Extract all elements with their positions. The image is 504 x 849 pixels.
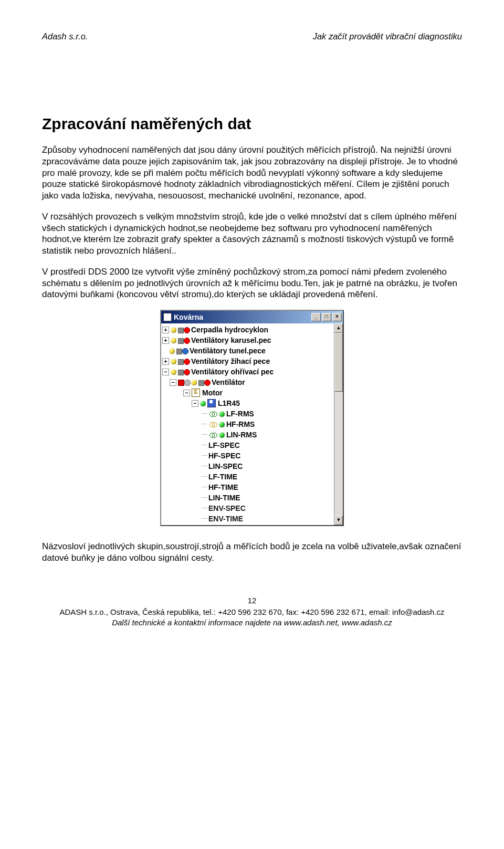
status-ball-icon	[219, 432, 225, 438]
header-right: Jak začít provádět vibrační diagnostiku	[313, 32, 462, 41]
status-ball-icon	[219, 411, 225, 417]
tree-item-label: Ventilátor	[212, 378, 245, 386]
tree-leaf[interactable]: ENV-SPEC	[162, 503, 334, 513]
tree-leaf[interactable]: HF-SPEC	[162, 450, 334, 461]
fan-icon	[178, 379, 190, 386]
scrollbar[interactable]: ▲ ▼	[334, 323, 343, 525]
tree-line-icon	[202, 424, 207, 425]
rings-icon	[209, 421, 218, 428]
tree-leaf-label: LIN-RMS	[226, 431, 257, 439]
tree-leaf-label: ENV-TIME	[208, 515, 243, 523]
status-ball-icon	[171, 359, 176, 364]
tree-line-icon	[202, 487, 207, 488]
machine-icon	[178, 326, 190, 333]
tree-leaf-label: HF-RMS	[226, 420, 255, 428]
tree-leaf[interactable]: HF-RMS	[162, 419, 334, 429]
rings-icon	[209, 431, 218, 438]
floppy-disk-icon	[207, 399, 216, 407]
tree-line-icon	[202, 508, 207, 509]
collapse-icon[interactable]: −	[192, 400, 198, 407]
tree-window: Kovárna _ □ × + Cerpadla hydrocyklon	[160, 310, 344, 526]
tree-line-icon	[202, 413, 207, 414]
tree-leaf[interactable]: LIN-TIME	[162, 492, 334, 503]
tree-leaf-label: LF-SPEC	[208, 441, 240, 449]
tree-item-label: Ventilátory žíhací pece	[191, 357, 270, 365]
tree-leaf-label: LF-TIME	[208, 473, 237, 481]
collapse-icon[interactable]: −	[162, 369, 169, 375]
tree-leaf-label: HF-TIME	[208, 483, 238, 491]
status-ball-icon	[169, 348, 175, 354]
tree-leaf-label: HF-SPEC	[208, 452, 240, 460]
tree-item[interactable]: − Ventilátor	[162, 377, 334, 387]
tree-item[interactable]: − L1R45	[162, 398, 334, 408]
scroll-up-icon[interactable]: ▲	[334, 323, 343, 333]
tree-item[interactable]: + Ventilátory karusel.pec	[162, 335, 334, 345]
window-icon	[163, 313, 172, 321]
page-footer: 12 ADASH s.r.o., Ostrava, Česká republik…	[42, 595, 462, 628]
paragraph-2: V rozsáhlých provozech s velkým množství…	[42, 211, 462, 257]
minimize-button[interactable]: _	[311, 313, 321, 321]
titlebar: Kovárna _ □ ×	[161, 311, 343, 323]
rings-icon	[209, 410, 218, 417]
tree-leaf[interactable]: ENV-TIME	[162, 513, 334, 524]
expand-icon[interactable]: +	[162, 337, 169, 344]
maximize-button[interactable]: □	[322, 313, 331, 321]
header-left: Adash s.r.o.	[42, 32, 88, 41]
expand-icon[interactable]: +	[162, 358, 169, 365]
tree-item-label: Cerpadla hydrocyklon	[191, 326, 268, 334]
machine-icon	[198, 379, 210, 386]
tree-line-icon	[202, 518, 207, 519]
page-title: Zpracování naměřených dat	[42, 115, 462, 133]
expand-icon[interactable]: +	[162, 327, 169, 333]
tree-item-label: Ventilátory ohřívací pec	[191, 368, 274, 376]
scrollbar-track[interactable]	[334, 333, 343, 516]
tree-line-icon	[202, 445, 207, 446]
tree-line-icon	[202, 497, 207, 498]
close-button[interactable]: ×	[332, 313, 342, 321]
tree-item[interactable]: + Cerpadla hydrocyklon	[162, 324, 334, 335]
status-ball-icon	[171, 338, 176, 343]
tree-leaf-label: LIN-TIME	[208, 494, 240, 502]
tree-item-label: Ventilátory karusel.pec	[191, 336, 271, 344]
page-number: 12	[42, 595, 462, 606]
status-ball-icon	[200, 401, 206, 406]
tree-line-icon	[202, 476, 207, 477]
collapse-icon[interactable]: −	[183, 390, 190, 396]
tree-content: + Cerpadla hydrocyklon + Ventilátory kar…	[161, 323, 334, 525]
paragraph-4: Názvosloví jednotlivých skupin,soustrojí…	[42, 541, 462, 564]
tree-leaf[interactable]: LF-RMS	[162, 408, 334, 419]
paragraph-3: V prostředí DDS 2000 lze vytvořit výše z…	[42, 266, 462, 300]
tree-item[interactable]: − E Motor	[162, 387, 334, 398]
tree-leaf-label: LF-RMS	[226, 410, 254, 418]
status-ball-icon	[171, 327, 176, 333]
tree-item[interactable]: − Ventilátory ohřívací pec	[162, 366, 334, 377]
scrollbar-thumb[interactable]	[334, 333, 343, 392]
status-ball-icon	[171, 369, 176, 375]
tree-leaf[interactable]: LF-SPEC	[162, 440, 334, 450]
paragraph-1: Způsoby vyhodnocení naměřených dat jsou …	[42, 144, 462, 202]
scroll-down-icon[interactable]: ▼	[334, 516, 343, 525]
machine-icon	[176, 347, 188, 354]
tree-item-label: L1R45	[218, 399, 240, 407]
footer-line-2: Další technické a kontaktní informace na…	[42, 617, 462, 628]
tree-item-label: Motor	[202, 389, 223, 397]
tree-line-icon	[202, 455, 207, 456]
tree-leaf[interactable]: LIN-SPEC	[162, 461, 334, 471]
tree-leaf-label: LIN-SPEC	[208, 462, 243, 470]
tree-leaf[interactable]: LIN-RMS	[162, 429, 334, 440]
status-ball-icon	[219, 422, 225, 427]
machine-icon	[178, 368, 190, 375]
tree-leaf[interactable]: LF-TIME	[162, 471, 334, 482]
collapse-icon[interactable]: −	[170, 379, 176, 386]
machine-icon	[178, 337, 190, 344]
tree-line-icon	[202, 434, 207, 435]
tree-screenshot: Kovárna _ □ × + Cerpadla hydrocyklon	[42, 310, 462, 526]
machine-icon	[178, 358, 190, 365]
page-header: Adash s.r.o. Jak začít provádět vibrační…	[42, 32, 462, 41]
footer-line-1: ADASH s.r.o., Ostrava, Česká republika, …	[42, 607, 462, 617]
tree-line-icon	[202, 466, 207, 467]
tree-item[interactable]: Ventilátory tunel.pece	[162, 345, 334, 356]
tree-leaf[interactable]: HF-TIME	[162, 482, 334, 492]
status-ball-icon	[191, 380, 197, 385]
tree-item[interactable]: + Ventilátory žíhací pece	[162, 356, 334, 366]
